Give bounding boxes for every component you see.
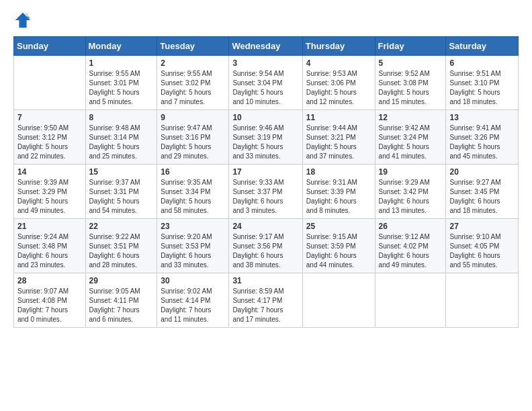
calendar-cell: 25Sunrise: 9:15 AMSunset: 3:59 PMDayligh… — [302, 219, 375, 273]
calendar-cell: 18Sunrise: 9:31 AMSunset: 3:39 PMDayligh… — [302, 165, 375, 219]
calendar-cell: 15Sunrise: 9:37 AMSunset: 3:31 PMDayligh… — [85, 165, 157, 219]
calendar-cell: 16Sunrise: 9:35 AMSunset: 3:34 PMDayligh… — [157, 165, 229, 219]
calendar-cell: 7Sunrise: 9:50 AMSunset: 3:12 PMDaylight… — [14, 110, 86, 165]
calendar-cell: 12Sunrise: 9:42 AMSunset: 3:24 PMDayligh… — [375, 110, 446, 165]
day-number: 24 — [232, 222, 298, 231]
calendar-cell: 30Sunrise: 9:02 AMSunset: 4:14 PMDayligh… — [157, 273, 229, 328]
day-info: Sunrise: 9:27 AMSunset: 3:45 PMDaylight:… — [449, 178, 515, 216]
calendar-cell: 24Sunrise: 9:17 AMSunset: 3:56 PMDayligh… — [229, 219, 302, 273]
logo — [13, 11, 35, 30]
calendar-cell: 17Sunrise: 9:33 AMSunset: 3:37 PMDayligh… — [229, 165, 302, 219]
day-number: 22 — [89, 222, 154, 231]
day-info: Sunrise: 9:46 AMSunset: 3:19 PMDaylight:… — [232, 124, 298, 161]
header-thursday: Thursday — [302, 37, 375, 56]
day-info: Sunrise: 9:20 AMSunset: 3:53 PMDaylight:… — [161, 232, 225, 270]
day-number: 7 — [17, 113, 82, 122]
calendar-cell: 11Sunrise: 9:44 AMSunset: 3:21 PMDayligh… — [302, 110, 375, 165]
calendar-cell: 19Sunrise: 9:29 AMSunset: 3:42 PMDayligh… — [375, 165, 446, 219]
calendar-cell: 6Sunrise: 9:51 AMSunset: 3:10 PMDaylight… — [446, 56, 519, 110]
day-info: Sunrise: 9:29 AMSunset: 3:42 PMDaylight:… — [379, 178, 443, 216]
calendar-cell: 20Sunrise: 9:27 AMSunset: 3:45 PMDayligh… — [446, 165, 519, 219]
day-info: Sunrise: 9:55 AMSunset: 3:01 PMDaylight:… — [89, 69, 154, 107]
calendar-table: SundayMondayTuesdayWednesdayThursdayFrid… — [13, 36, 519, 328]
day-info: Sunrise: 9:22 AMSunset: 3:51 PMDaylight:… — [89, 232, 154, 270]
header — [13, 11, 519, 30]
calendar-cell: 3Sunrise: 9:54 AMSunset: 3:04 PMDaylight… — [229, 56, 302, 110]
day-number: 25 — [306, 222, 371, 231]
calendar-cell: 1Sunrise: 9:55 AMSunset: 3:01 PMDaylight… — [85, 56, 157, 110]
week-row-3: 14Sunrise: 9:39 AMSunset: 3:29 PMDayligh… — [14, 165, 519, 219]
day-number: 17 — [232, 167, 298, 177]
day-info: Sunrise: 9:33 AMSunset: 3:37 PMDaylight:… — [232, 178, 298, 216]
svg-marker-0 — [15, 13, 30, 28]
calendar-header: SundayMondayTuesdayWednesdayThursdayFrid… — [14, 37, 519, 56]
day-info: Sunrise: 9:05 AMSunset: 4:11 PMDaylight:… — [89, 287, 154, 324]
calendar-cell: 27Sunrise: 9:10 AMSunset: 4:05 PMDayligh… — [446, 219, 519, 273]
calendar-body: 1Sunrise: 9:55 AMSunset: 3:01 PMDaylight… — [14, 56, 519, 328]
day-info: Sunrise: 9:12 AMSunset: 4:02 PMDaylight:… — [379, 232, 443, 270]
header-tuesday: Tuesday — [157, 37, 229, 56]
day-number: 12 — [379, 113, 443, 122]
day-info: Sunrise: 9:10 AMSunset: 4:05 PMDaylight:… — [449, 232, 515, 270]
day-info: Sunrise: 9:31 AMSunset: 3:39 PMDaylight:… — [306, 178, 371, 216]
calendar-cell: 8Sunrise: 9:48 AMSunset: 3:14 PMDaylight… — [85, 110, 157, 165]
calendar-cell: 13Sunrise: 9:41 AMSunset: 3:26 PMDayligh… — [446, 110, 519, 165]
day-number: 3 — [232, 58, 298, 68]
day-info: Sunrise: 9:50 AMSunset: 3:12 PMDaylight:… — [17, 124, 82, 161]
day-info: Sunrise: 9:48 AMSunset: 3:14 PMDaylight:… — [89, 124, 154, 161]
day-info: Sunrise: 9:51 AMSunset: 3:10 PMDaylight:… — [449, 69, 515, 107]
calendar-cell — [375, 273, 446, 328]
day-number: 21 — [17, 222, 82, 231]
day-info: Sunrise: 9:44 AMSunset: 3:21 PMDaylight:… — [306, 124, 371, 161]
calendar-cell: 2Sunrise: 9:55 AMSunset: 3:02 PMDaylight… — [157, 56, 229, 110]
day-info: Sunrise: 9:53 AMSunset: 3:06 PMDaylight:… — [306, 69, 371, 107]
day-number: 2 — [161, 58, 225, 68]
day-number: 13 — [449, 113, 515, 122]
week-row-5: 28Sunrise: 9:07 AMSunset: 4:08 PMDayligh… — [14, 273, 519, 328]
day-number: 6 — [449, 58, 515, 68]
header-friday: Friday — [375, 37, 446, 56]
calendar-cell: 5Sunrise: 9:52 AMSunset: 3:08 PMDaylight… — [375, 56, 446, 110]
day-info: Sunrise: 9:37 AMSunset: 3:31 PMDaylight:… — [89, 178, 154, 216]
day-info: Sunrise: 9:02 AMSunset: 4:14 PMDaylight:… — [161, 287, 225, 324]
calendar-cell: 21Sunrise: 9:24 AMSunset: 3:48 PMDayligh… — [14, 219, 86, 273]
day-number: 8 — [89, 113, 154, 122]
calendar-cell: 31Sunrise: 8:59 AMSunset: 4:17 PMDayligh… — [229, 273, 302, 328]
day-number: 9 — [161, 113, 225, 122]
calendar-cell: 26Sunrise: 9:12 AMSunset: 4:02 PMDayligh… — [375, 219, 446, 273]
header-monday: Monday — [85, 37, 157, 56]
calendar-cell: 29Sunrise: 9:05 AMSunset: 4:11 PMDayligh… — [85, 273, 157, 328]
day-info: Sunrise: 9:24 AMSunset: 3:48 PMDaylight:… — [17, 232, 82, 270]
day-info: Sunrise: 9:52 AMSunset: 3:08 PMDaylight:… — [379, 69, 443, 107]
calendar-cell — [446, 273, 519, 328]
day-number: 18 — [306, 167, 371, 177]
day-number: 27 — [449, 222, 515, 231]
day-info: Sunrise: 9:35 AMSunset: 3:34 PMDaylight:… — [161, 178, 225, 216]
day-info: Sunrise: 9:42 AMSunset: 3:24 PMDaylight:… — [379, 124, 443, 161]
logo-icon — [13, 11, 32, 30]
header-sunday: Sunday — [14, 37, 86, 56]
week-row-1: 1Sunrise: 9:55 AMSunset: 3:01 PMDaylight… — [14, 56, 519, 110]
calendar-cell — [14, 56, 86, 110]
day-number: 23 — [161, 222, 225, 231]
day-number: 14 — [17, 167, 82, 177]
calendar-cell: 28Sunrise: 9:07 AMSunset: 4:08 PMDayligh… — [14, 273, 86, 328]
calendar-cell: 14Sunrise: 9:39 AMSunset: 3:29 PMDayligh… — [14, 165, 86, 219]
header-row: SundayMondayTuesdayWednesdayThursdayFrid… — [14, 37, 519, 56]
calendar-cell: 23Sunrise: 9:20 AMSunset: 3:53 PMDayligh… — [157, 219, 229, 273]
day-number: 15 — [89, 167, 154, 177]
day-info: Sunrise: 9:55 AMSunset: 3:02 PMDaylight:… — [161, 69, 225, 107]
day-info: Sunrise: 9:54 AMSunset: 3:04 PMDaylight:… — [232, 69, 298, 107]
day-info: Sunrise: 9:39 AMSunset: 3:29 PMDaylight:… — [17, 178, 82, 216]
week-row-2: 7Sunrise: 9:50 AMSunset: 3:12 PMDaylight… — [14, 110, 519, 165]
calendar-cell: 4Sunrise: 9:53 AMSunset: 3:06 PMDaylight… — [302, 56, 375, 110]
day-info: Sunrise: 9:47 AMSunset: 3:16 PMDaylight:… — [161, 124, 225, 161]
day-info: Sunrise: 9:15 AMSunset: 3:59 PMDaylight:… — [306, 232, 371, 270]
day-number: 26 — [379, 222, 443, 231]
day-number: 20 — [449, 167, 515, 177]
header-saturday: Saturday — [446, 37, 519, 56]
day-number: 31 — [232, 276, 298, 285]
day-number: 19 — [379, 167, 443, 177]
day-info: Sunrise: 8:59 AMSunset: 4:17 PMDaylight:… — [232, 287, 298, 324]
calendar-cell — [302, 273, 375, 328]
